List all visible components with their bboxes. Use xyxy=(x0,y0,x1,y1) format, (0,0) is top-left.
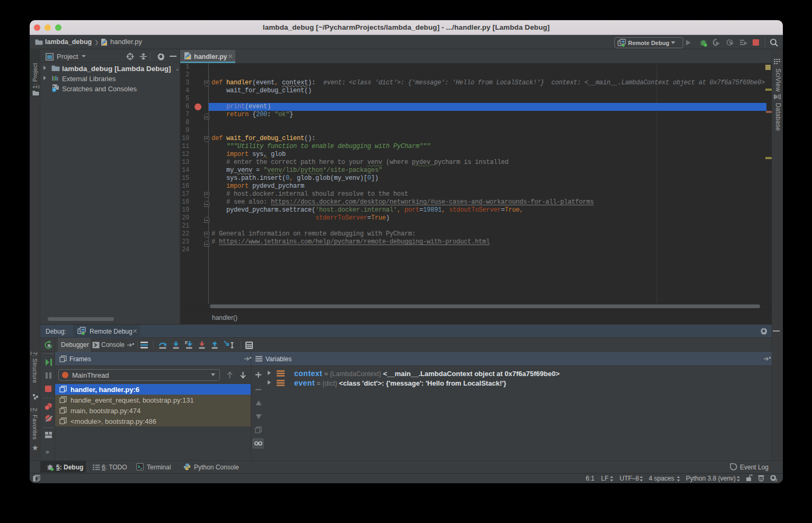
svg-text:?: ? xyxy=(775,478,778,483)
